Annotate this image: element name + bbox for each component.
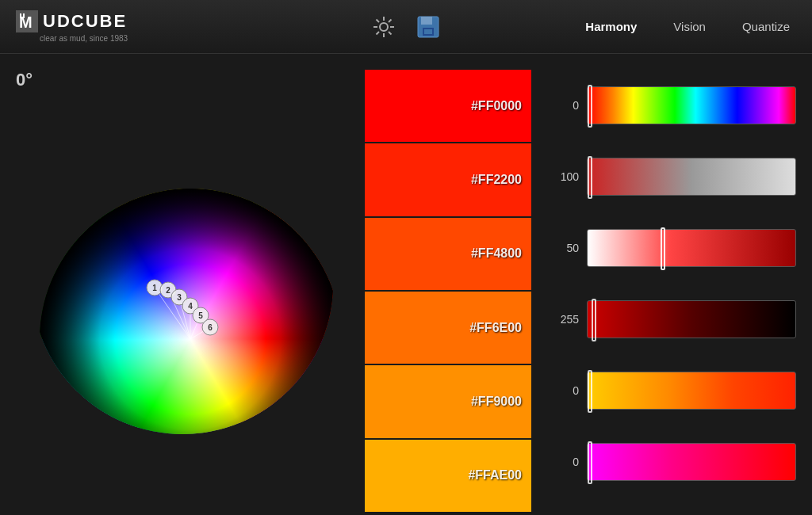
settings-icon[interactable] xyxy=(370,13,398,41)
slider-track-magenta[interactable] xyxy=(587,443,796,481)
slider-thumb-magenta[interactable] xyxy=(588,441,592,484)
slider-label-hue: 0 xyxy=(547,99,579,112)
header: M UDCUBE clear as mud, since 1983 xyxy=(0,0,812,54)
slider-thumb-alpha[interactable] xyxy=(592,299,596,341)
slider-thumb-hue[interactable] xyxy=(588,85,592,128)
slider-track-orange[interactable] xyxy=(587,372,796,410)
slider-row-orange: 0 xyxy=(547,372,796,410)
nav-vision[interactable]: Vision xyxy=(667,17,712,36)
svg-text:5: 5 xyxy=(198,311,203,320)
swatch-6[interactable]: #FFAE00 xyxy=(365,440,531,513)
nav-quantize[interactable]: Quantize xyxy=(736,17,796,36)
slider-row-alpha: 255 xyxy=(547,300,796,338)
slider-thumb-lightness[interactable] xyxy=(661,227,665,270)
swatch-4[interactable]: #FF6E00 xyxy=(365,292,531,365)
swatch-5[interactable]: #FF9000 xyxy=(365,365,531,439)
save-icon[interactable] xyxy=(414,13,442,41)
swatch-2[interactable]: #FF2200 xyxy=(365,143,531,217)
slider-track-alpha[interactable] xyxy=(587,300,796,338)
svg-rect-14 xyxy=(421,17,432,25)
header-nav: Harmony Vision Quantize xyxy=(579,17,796,36)
logo-subtitle: clear as mud, since 1983 xyxy=(40,34,128,43)
svg-text:3: 3 xyxy=(177,293,182,302)
svg-text:4: 4 xyxy=(188,302,193,311)
svg-line-12 xyxy=(377,32,380,35)
slider-track-hue[interactable] xyxy=(587,86,796,124)
slider-row-lightness: 50 xyxy=(547,229,796,267)
slider-label-saturation: 100 xyxy=(547,170,579,183)
svg-text:6: 6 xyxy=(208,323,213,332)
svg-line-9 xyxy=(377,19,380,22)
svg-text:1: 1 xyxy=(152,284,157,292)
slider-row-saturation: 100 xyxy=(547,158,796,196)
slider-track-saturation[interactable] xyxy=(587,158,796,196)
wheel-panel: 0° xyxy=(16,62,349,505)
degree-label: 0° xyxy=(16,70,33,90)
svg-point-4 xyxy=(380,23,388,31)
color-wheel[interactable]: 1 2 3 4 5 6 xyxy=(32,133,333,434)
slider-label-magenta: 0 xyxy=(547,456,579,468)
slider-row-hue: 0 xyxy=(547,86,796,124)
logo-icon: M xyxy=(16,10,38,32)
svg-text:2: 2 xyxy=(166,286,170,295)
logo-wrapper: M UDCUBE xyxy=(16,10,128,32)
logo-name: UDCUBE xyxy=(43,11,127,32)
slider-label-alpha: 255 xyxy=(547,313,579,326)
slider-label-lightness: 50 xyxy=(547,242,579,254)
main-content: 0° xyxy=(0,54,812,515)
svg-line-10 xyxy=(389,32,392,35)
sliders-panel: 0 100 50 255 0 xyxy=(547,62,796,505)
slider-thumb-saturation[interactable] xyxy=(588,156,592,199)
nav-harmony[interactable]: Harmony xyxy=(579,17,643,36)
slider-thumb-orange[interactable] xyxy=(588,370,592,413)
svg-rect-16 xyxy=(424,29,432,34)
swatch-1[interactable]: #FF0000 xyxy=(365,70,531,143)
svg-line-11 xyxy=(389,19,392,22)
logo-area: M UDCUBE clear as mud, since 1983 xyxy=(16,10,128,43)
swatches-panel: #FF0000 #FF2200 #FF4800 #FF6E00 #FF9000 … xyxy=(365,70,531,513)
slider-track-lightness[interactable] xyxy=(587,229,796,267)
slider-label-orange: 0 xyxy=(547,384,579,397)
slider-row-magenta: 0 xyxy=(547,443,796,481)
header-center xyxy=(370,13,442,41)
swatch-3[interactable]: #FF4800 xyxy=(365,218,531,292)
